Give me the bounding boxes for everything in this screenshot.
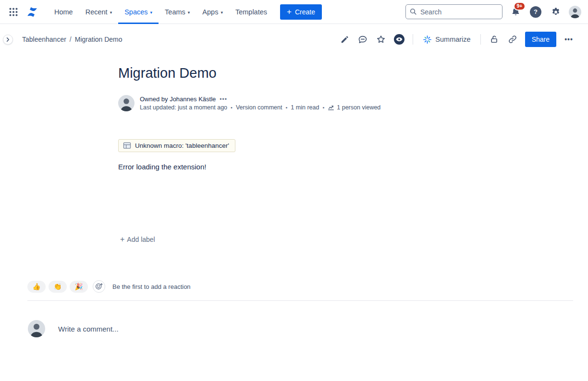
- owner-more-icon[interactable]: •••: [220, 96, 227, 103]
- reaction-party-button[interactable]: 🎉: [70, 281, 88, 293]
- last-updated[interactable]: Last updated: just a moment ago: [140, 104, 227, 111]
- people-viewed[interactable]: 1 person viewed: [328, 104, 380, 111]
- page-footer: 👍 👏 🎉 Be the first to: [27, 280, 573, 337]
- copy-link-button[interactable]: [505, 32, 520, 47]
- watch-button[interactable]: [392, 32, 407, 47]
- dot-separator: •: [322, 105, 324, 110]
- comment-placeholder: Write a comment...: [58, 325, 119, 333]
- navbar-right: 9+ ?: [405, 4, 581, 19]
- more-horizontal-icon: •••: [564, 36, 573, 43]
- comment-bubble-icon: [358, 35, 368, 44]
- chevron-down-icon: ▾: [150, 10, 153, 15]
- chevron-down-icon: ▾: [188, 10, 190, 15]
- unlock-icon: [490, 35, 499, 44]
- breadcrumb-bar: Tableenhancer / Migration Demo: [0, 24, 588, 55]
- macro-icon: [123, 142, 131, 149]
- dot-separator: •: [231, 105, 233, 110]
- nav-item-templates[interactable]: Templates: [229, 0, 273, 24]
- chevron-down-icon: ▾: [220, 10, 223, 15]
- extension-error-text: Error loading the extension!: [118, 163, 474, 171]
- nav-item-label: Home: [54, 8, 73, 16]
- user-avatar[interactable]: [569, 6, 581, 18]
- expand-sidebar-button[interactable]: [3, 35, 13, 45]
- add-emoji-icon: [95, 283, 103, 290]
- nav-item-spaces[interactable]: Spaces ▾: [118, 0, 159, 24]
- share-button[interactable]: Share: [525, 32, 556, 47]
- app-grid-icon[interactable]: [6, 4, 21, 20]
- owner-line: Owned by Johannes Kästle: [140, 95, 216, 103]
- pencil-icon: [340, 35, 349, 44]
- nav-item-label: Apps: [202, 8, 218, 16]
- nav-item-apps[interactable]: Apps ▾: [196, 0, 229, 24]
- dot-separator: •: [286, 105, 288, 110]
- confluence-logo-icon[interactable]: [25, 5, 39, 19]
- thumbs-up-emoji: 👍: [32, 283, 40, 290]
- reaction-prompt: Be the first to add a reaction: [112, 283, 191, 290]
- reaction-clap-button[interactable]: 👏: [49, 281, 67, 293]
- owner-avatar: [118, 95, 135, 111]
- nav-item-label: Recent: [86, 8, 108, 16]
- gear-icon: [551, 7, 561, 17]
- byline: Owned by Johannes Kästle ••• Last update…: [118, 95, 474, 111]
- read-time: 1 min read: [291, 104, 319, 111]
- breadcrumb-separator: /: [70, 36, 72, 43]
- page-actions: Summarize Share •••: [337, 32, 576, 47]
- notification-badge: 9+: [514, 2, 526, 11]
- search-input[interactable]: [405, 4, 502, 19]
- create-button[interactable]: + Create: [280, 4, 322, 20]
- divider: [480, 34, 481, 45]
- nav-item-label: Spaces: [124, 8, 147, 16]
- summarize-button[interactable]: Summarize: [419, 32, 474, 47]
- nav-item-home[interactable]: Home: [48, 0, 79, 24]
- star-icon: [376, 35, 386, 44]
- link-icon: [508, 35, 517, 44]
- clap-emoji: 👏: [53, 283, 61, 290]
- create-button-label: Create: [295, 8, 315, 16]
- reactions-bar: 👍 👏 🎉 Be the first to: [27, 280, 573, 293]
- reaction-thumbs-up-button[interactable]: 👍: [27, 281, 46, 293]
- plus-icon: +: [120, 235, 124, 244]
- nav-item-recent[interactable]: Recent ▾: [79, 0, 118, 24]
- sparkle-icon: [423, 35, 432, 44]
- party-popper-emoji: 🎉: [74, 283, 83, 290]
- analytics-icon: [328, 105, 334, 111]
- add-reaction-button[interactable]: [93, 280, 105, 293]
- plus-icon: +: [287, 7, 292, 17]
- breadcrumb-space-link[interactable]: Tableenhancer: [22, 36, 66, 43]
- help-button[interactable]: ?: [528, 5, 543, 19]
- notifications-button[interactable]: 9+: [508, 5, 523, 19]
- page-content: Migration Demo Owned by Johannes Kästle …: [0, 64, 588, 337]
- top-navbar: Home Recent ▾ Spaces ▾ Teams ▾ Apps ▾ Te…: [0, 0, 588, 24]
- chevron-down-icon: ▾: [110, 10, 112, 15]
- nav-item-label: Teams: [165, 8, 185, 16]
- help-icon: ?: [530, 6, 541, 18]
- nav-item-label: Templates: [235, 8, 267, 16]
- add-label-text: Add label: [127, 236, 155, 243]
- restrictions-button[interactable]: [487, 32, 502, 47]
- page-title: Migration Demo: [118, 64, 474, 82]
- edit-button[interactable]: [337, 32, 352, 47]
- version-comment: Version comment: [236, 104, 282, 111]
- unknown-macro-placeholder: Unknown macro: 'tableenhancer': [118, 139, 235, 152]
- summarize-label: Summarize: [435, 36, 470, 43]
- star-button[interactable]: [373, 32, 389, 47]
- search-box: [405, 4, 502, 19]
- breadcrumb-page-link[interactable]: Migration Demo: [75, 36, 122, 43]
- search-icon: [409, 8, 417, 15]
- comment-button[interactable]: [355, 32, 370, 47]
- nav-item-teams[interactable]: Teams ▾: [159, 0, 196, 24]
- primary-nav: Home Recent ▾ Spaces ▾ Teams ▾ Apps ▾ Te…: [48, 0, 273, 24]
- comment-composer[interactable]: Write a comment...: [27, 320, 573, 337]
- more-actions-button[interactable]: •••: [561, 32, 576, 47]
- divider: [413, 34, 413, 45]
- macro-error-text: Unknown macro: 'tableenhancer': [135, 142, 229, 149]
- add-label-button[interactable]: + Add label: [118, 234, 157, 245]
- settings-button[interactable]: [549, 5, 563, 19]
- current-user-avatar: [28, 320, 45, 337]
- divider: [27, 300, 573, 301]
- eye-icon: [393, 34, 405, 45]
- breadcrumb: Tableenhancer / Migration Demo: [22, 36, 122, 43]
